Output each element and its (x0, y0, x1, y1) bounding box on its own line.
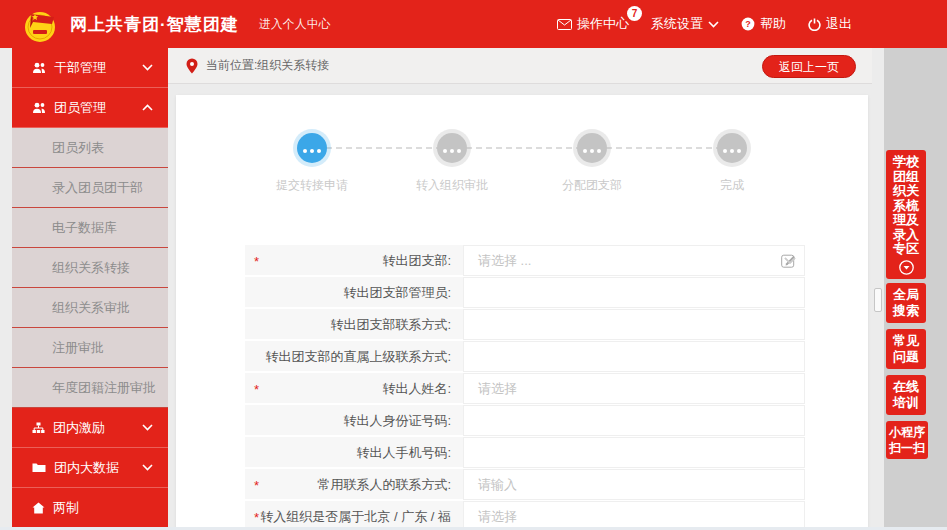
sidebar-item-label: 两制 (53, 499, 79, 517)
form-row: 转出团支部联系方式: (245, 309, 805, 340)
sidebar-item-label: 注册审批 (52, 339, 104, 357)
sidebar-item-incentive[interactable]: 团内激励 (12, 408, 168, 448)
sidebar-item-member-mgmt[interactable]: 团员管理 (12, 88, 168, 128)
sidebar-item-label: 团员管理 (54, 99, 106, 117)
step-label: 完成 (672, 177, 792, 194)
transfer-form-card: 提交转接申请 转入组织审批 分配团支部 完成 *转出团支部: 请选择 ... 转… (176, 95, 868, 530)
sidebar-item-label: 团内大数据 (54, 459, 119, 477)
users-icon (32, 62, 46, 74)
nav-help[interactable]: ? 帮助 (741, 15, 786, 33)
step-circle (437, 133, 467, 163)
field-label: 转出人手机号码: (245, 437, 463, 468)
transfer-form: *转出团支部: 请选择 ... 转出团支部管理员: 转出团支部联系方式: 转出团… (245, 245, 805, 530)
breadcrumb-bar: 当前位置:组织关系转接 返回上一页 (168, 48, 872, 84)
notification-badge: 7 (627, 6, 642, 21)
sidebar-item-edatabase[interactable]: 电子数据库 (12, 208, 168, 248)
location-pin-icon (186, 58, 198, 74)
sidebar-item-member-list[interactable]: 团员列表 (12, 128, 168, 168)
stepper-connector (316, 147, 732, 149)
home-icon (32, 502, 45, 514)
form-row: *常用联系人的联系方式: 请输入 (245, 469, 805, 500)
circle-down-icon (899, 260, 914, 275)
step-complete: 完成 (672, 133, 792, 194)
league-emblem-logo (20, 4, 60, 44)
sidebar-item-label: 电子数据库 (52, 219, 117, 237)
power-icon (808, 18, 821, 31)
nav-logout[interactable]: 退出 (808, 15, 852, 33)
field-label: 转出团支部联系方式: (245, 309, 463, 340)
field-label: *转出人姓名: (245, 373, 463, 404)
sidebar-item-org-transfer[interactable]: 组织关系转接 (12, 248, 168, 288)
chevron-down-icon (142, 64, 153, 71)
app-header: 网上共青团·智慧团建 进入个人中心 操作中心 7 系统设置 ? 帮助 退出 (0, 0, 947, 48)
required-mark: * (254, 501, 259, 530)
sidebar-item-label: 组织关系转接 (52, 259, 130, 277)
sidebar: 干部管理 团员管理 团员列表 录入团员团干部 电子数据库 组织关系转接 组织关系… (12, 48, 168, 530)
field-transfer-person-name[interactable]: 请选择 (463, 373, 805, 404)
folder-icon (32, 462, 46, 473)
svg-text:?: ? (745, 19, 751, 29)
quick-link-miniprogram[interactable]: 小程序扫一扫 (886, 421, 928, 459)
back-button[interactable]: 返回上一页 (762, 55, 856, 78)
nav-help-label: 帮助 (760, 15, 786, 33)
field-region-question[interactable]: 请选择 (463, 501, 805, 530)
quick-link-global-search[interactable]: 全局搜索 (886, 283, 926, 323)
step-circle (717, 133, 747, 163)
form-row: *转入组织是否属于北京 / 广东 / 福建: 请选择 (245, 501, 805, 530)
form-row: 转出人手机号码: (245, 437, 805, 468)
mail-icon (557, 19, 572, 30)
form-row: 转出团支部的直属上级联系方式: (245, 341, 805, 372)
nav-logout-label: 退出 (826, 15, 852, 33)
sidebar-item-member-entry[interactable]: 录入团员团干部 (12, 168, 168, 208)
step-circle-active (297, 133, 327, 163)
users-icon (32, 102, 46, 114)
field-branch-contact (463, 309, 805, 340)
quick-link-label: 全局搜索 (893, 287, 919, 318)
step-label: 分配团支部 (532, 177, 652, 194)
sitemap-icon (32, 422, 45, 434)
form-row: 转出人身份证号码: (245, 405, 805, 436)
scrollbar-thumb[interactable] (874, 288, 882, 312)
sidebar-item-label: 录入团员团干部 (52, 179, 143, 197)
chevron-down-icon (708, 21, 719, 28)
sidebar-item-bigdata[interactable]: 团内大数据 (12, 448, 168, 488)
form-row: *转出人姓名: 请选择 (245, 373, 805, 404)
field-branch-superior-contact (463, 341, 805, 372)
quick-link-school-zone[interactable]: 学校团组织关系梳理及录入专区 (886, 150, 926, 279)
field-contact-method[interactable]: 请输入 (463, 469, 805, 500)
sidebar-item-label: 年度团籍注册审批 (52, 379, 156, 397)
question-icon: ? (741, 17, 755, 31)
sidebar-item-cadre-mgmt[interactable]: 干部管理 (12, 48, 168, 88)
required-mark: * (254, 373, 259, 406)
sidebar-item-label: 组织关系审批 (52, 299, 130, 317)
nav-operation-center[interactable]: 操作中心 7 (557, 15, 629, 33)
sidebar-item-register-approval[interactable]: 注册审批 (12, 328, 168, 368)
chevron-down-icon (142, 464, 153, 471)
field-phone-number (463, 437, 805, 468)
quick-link-label: 在线培训 (893, 379, 919, 410)
field-label: 转出团支部管理员: (245, 277, 463, 308)
step-label: 提交转接申请 (252, 177, 372, 194)
nav-system-settings-label: 系统设置 (651, 15, 703, 33)
quick-link-faq[interactable]: 常见问题 (886, 329, 926, 369)
quick-link-online-training[interactable]: 在线培训 (886, 375, 926, 415)
field-label: *转入组织是否属于北京 / 广东 / 福建: (245, 501, 463, 530)
form-row: 转出团支部管理员: (245, 277, 805, 308)
field-branch-admin (463, 277, 805, 308)
sidebar-item-org-approval[interactable]: 组织关系审批 (12, 288, 168, 328)
field-label: *常用联系人的联系方式: (245, 469, 463, 500)
required-mark: * (254, 245, 259, 278)
sidebar-item-label: 团内激励 (53, 419, 105, 437)
sidebar-item-two-systems[interactable]: 两制 (12, 488, 168, 528)
select-chevron-icon[interactable] (784, 257, 796, 265)
field-label: 转出人身份证号码: (245, 405, 463, 436)
personal-center-link[interactable]: 进入个人中心 (259, 16, 331, 33)
step-assign-branch: 分配团支部 (532, 133, 652, 194)
quick-link-label: 学校团组织关系梳理及录入专区 (893, 154, 919, 256)
field-label: *转出团支部: (245, 245, 463, 276)
step-org-approval: 转入组织审批 (392, 133, 512, 194)
field-transfer-out-branch[interactable]: 请选择 ... (463, 245, 805, 276)
quick-link-label: 常见问题 (893, 333, 919, 364)
nav-system-settings[interactable]: 系统设置 (651, 15, 719, 33)
sidebar-item-annual-register-approval[interactable]: 年度团籍注册审批 (12, 368, 168, 408)
